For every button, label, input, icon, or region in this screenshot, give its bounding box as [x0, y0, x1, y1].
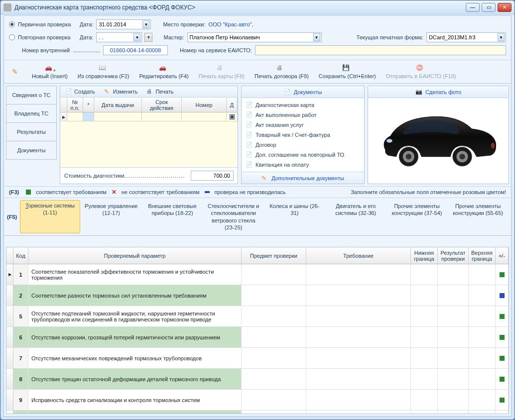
primary-date-picker[interactable]: 31.01.2014 ▼ — [96, 19, 151, 29]
vtab-owner[interactable]: Владелец ТС — [6, 104, 57, 123]
cell-req — [306, 306, 411, 326]
secondary-check-label: Повторная проверка — [18, 34, 77, 40]
vtab-documents[interactable]: Документы — [6, 141, 57, 160]
master-label: Мастер: — [163, 34, 184, 40]
cell-low — [411, 411, 438, 414]
check-tab[interactable]: Стеклоочистители и стеклоомыватели ветро… — [203, 200, 263, 233]
center-panel: Создать Изменить Печать № п.п. * Дата вы… — [60, 86, 238, 184]
legend-bad: не соответствует требованиям — [122, 189, 200, 195]
place-label: Место проверки: — [163, 21, 205, 27]
cell-param: Исправность средств сигнализации и контр… — [28, 390, 242, 410]
new-button[interactable]: Новый (Insert) — [27, 62, 73, 81]
check-tab[interactable]: Рулевое управление (12-17) — [81, 200, 141, 233]
vtab-vehicle-info[interactable]: Сведения о ТС — [6, 86, 57, 105]
send-eaisto-button: Отправить в ЕАИСТО (F10) — [381, 62, 461, 81]
cell-res — [438, 327, 469, 347]
date-plus-button[interactable]: + — [144, 33, 152, 42]
internal-no-input[interactable] — [103, 45, 168, 55]
close-button[interactable]: ✕ — [498, 3, 512, 12]
doc-item[interactable]: Диагностическая карта — [246, 100, 360, 110]
make-photo-button[interactable]: 📷Сделать фото — [368, 86, 509, 98]
cost-value[interactable]: 700.00 — [191, 171, 234, 181]
secondary-check-radio[interactable] — [9, 34, 15, 40]
cell-status — [496, 390, 509, 410]
table-row[interactable]: 10Отсутствие набухания тормозных шлангов… — [6, 411, 509, 414]
maximize-button[interactable]: ▭ — [482, 3, 496, 12]
primary-date-value: 31.01.2014 — [99, 21, 126, 27]
minimize-button[interactable]: — — [466, 3, 480, 12]
cell-req — [306, 348, 411, 368]
legend-skip: проверка не производилась — [215, 189, 286, 195]
doc-item-label: Акт выполненных работ — [256, 112, 317, 118]
cell-low — [411, 306, 438, 326]
documents-header[interactable]: 📄Документы — [242, 86, 364, 98]
doc-item[interactable]: Акт выполненных работ — [246, 110, 360, 120]
create-button[interactable]: Создать — [61, 87, 99, 96]
mid-area: Сведения о ТС Владелец ТС Результаты Док… — [4, 84, 511, 186]
check-tab[interactable]: Колеса и шины (26-31) — [264, 200, 325, 233]
secondary-date-picker[interactable]: . . ▼ — [96, 32, 142, 42]
check-tab[interactable]: Прочие элементы конструкции (55-65) — [448, 200, 508, 233]
grid-body[interactable]: ▶1Соответствие показателей эффективности… — [6, 264, 509, 414]
cell-subj — [242, 390, 306, 410]
cell-param: Соответствие показателей эффективности т… — [28, 264, 242, 285]
top-form: Первичная проверка Дата: 31.01.2014 ▼ Ме… — [4, 16, 511, 60]
head-req: Требование — [306, 247, 411, 264]
main-toolbar: Новый (Insert) Из справочника (F2) Редак… — [4, 60, 511, 84]
print-form-select[interactable]: DCard_2013M1.fr3 ▼ — [426, 32, 506, 42]
cell-code: 7 — [13, 348, 28, 368]
save-button[interactable]: Сохранить (Ctrl+Enter) — [314, 62, 381, 81]
cell-subj — [242, 306, 306, 326]
primary-check-radio[interactable] — [9, 21, 15, 27]
cell-subj — [242, 327, 306, 347]
doc-item[interactable]: Доп. соглашение на повторный ТО — [246, 150, 360, 160]
grid-header: Код Проверяемый параметр Предмет проверк… — [6, 247, 509, 264]
check-tabs: (F5) Тормозные системы (1-11)Рулевое упр… — [4, 198, 511, 236]
doc-icon: 📄 — [284, 89, 291, 96]
form-value: DCard_2013M1.fr3 — [429, 34, 476, 40]
table-row[interactable]: 7Отсутствие механических повреждений тор… — [6, 348, 509, 369]
table-row[interactable]: ▶1Соответствие показателей эффективности… — [6, 264, 509, 285]
place-value[interactable]: ООО "Крас-авто", — [209, 21, 254, 27]
prohibit-icon — [416, 64, 426, 72]
doc-item[interactable]: Товарный чек / Счет-фактура — [246, 130, 360, 140]
check-tab[interactable]: Внешние световые приборы (18-22) — [142, 200, 203, 233]
doc-item[interactable]: Договор — [246, 140, 360, 150]
doc-item[interactable]: Акт оказания услуг — [246, 120, 360, 130]
cell-status — [496, 411, 509, 414]
master-select[interactable]: Платонов Петр Николаевич ▼ — [187, 32, 322, 42]
cell-res — [438, 264, 469, 285]
cell-param: Отсутствие коррозии, грозящей потерей ге… — [28, 327, 242, 347]
cell-up — [469, 369, 496, 389]
cell-subj — [242, 369, 306, 389]
cell-req — [306, 264, 411, 285]
internal-no-label: Номер внутренний — [22, 47, 70, 53]
edit-doc-button[interactable]: Изменить — [100, 87, 142, 96]
vtab-results[interactable]: Результаты — [6, 122, 57, 141]
cell-up — [469, 327, 496, 347]
print-contract-button[interactable]: Печать договора (F9) — [250, 62, 314, 81]
table-row[interactable]: 8Отсутствие трещин остаточной деформации… — [6, 369, 509, 390]
table-row[interactable]: 5Отсутствие подтеканий тормозной жидкост… — [6, 306, 509, 327]
additional-docs-button[interactable]: Дополнительные документы — [242, 172, 364, 184]
table-row[interactable]: 9Исправность средств сигнализации и конт… — [6, 390, 509, 411]
docs-grid: № п.п. * Дата выдачи Срок действия Номер… — [60, 98, 238, 167]
table-row[interactable]: 6Отсутствие коррозии, грозящей потерей г… — [6, 327, 509, 348]
check-tab[interactable]: Двигатель и его системы (32-36) — [326, 200, 386, 233]
print-doc-button[interactable]: Печать — [142, 87, 177, 96]
check-tab[interactable]: Прочие элементы конструкции (37-54) — [387, 200, 447, 233]
check-tab[interactable]: Тормозные системы (1-11) — [20, 200, 80, 233]
doc-item[interactable]: Квитанция на оплату — [246, 160, 360, 170]
from-ref-button[interactable]: Из справочника (F2) — [73, 62, 134, 81]
eaisto-input[interactable] — [255, 45, 506, 55]
printer-icon — [146, 88, 153, 95]
edit-button[interactable]: Редактировать (F4) — [134, 62, 194, 81]
check-tab-label: Колеса и шины (26-31) — [269, 203, 319, 216]
doc-item-label: Квитанция на оплату — [256, 162, 309, 168]
cell-param: Соответствие разности тормозных сил уста… — [28, 285, 242, 306]
pencil-toolbar-button[interactable] — [7, 66, 27, 78]
docs-grid-row[interactable]: ▶ — [60, 112, 238, 121]
table-row[interactable]: 2Соответствие разности тормозных сил уст… — [6, 285, 509, 306]
app-window: Диагностическая карта транспортного сред… — [0, 0, 515, 420]
svg-point-7 — [491, 143, 495, 149]
